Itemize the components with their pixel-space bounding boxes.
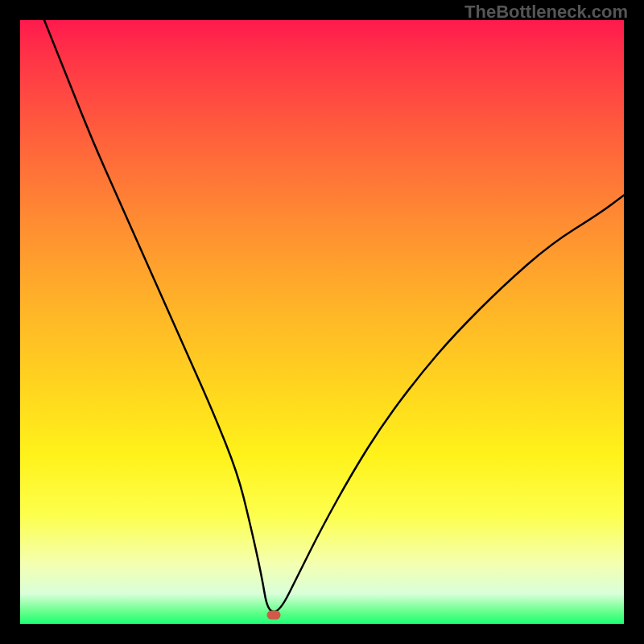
optimal-point-marker [267,610,281,619]
bottleneck-curve [44,20,624,612]
watermark-text: TheBottleneck.com [464,2,628,23]
plot-area [20,20,624,624]
curve-svg [20,20,624,624]
